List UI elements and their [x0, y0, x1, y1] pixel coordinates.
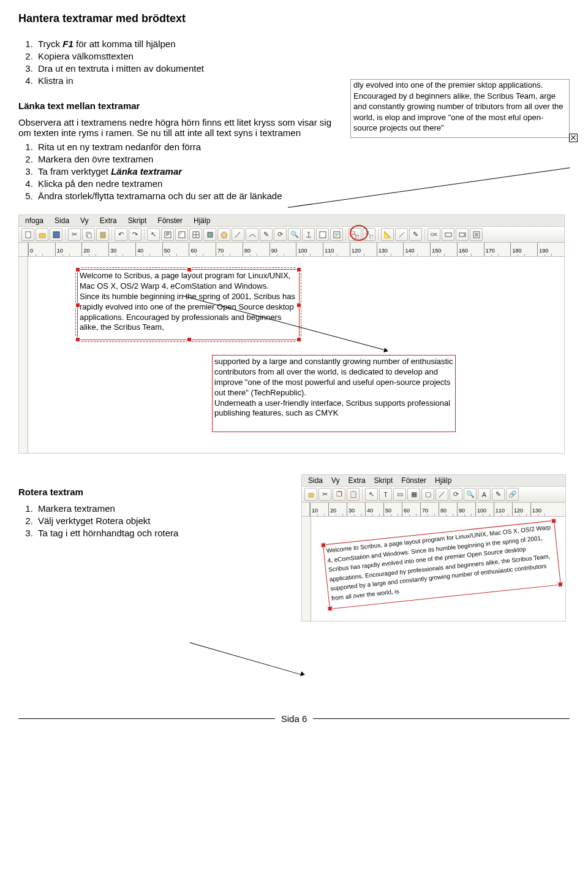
select-icon[interactable]: ↖	[147, 228, 160, 241]
copy-props-icon[interactable]	[395, 228, 408, 241]
menu-item[interactable]: Fönster	[157, 216, 183, 225]
pointer-arrow	[190, 642, 302, 675]
vertical-ruler	[302, 517, 311, 621]
svg-rect-0	[26, 232, 31, 238]
svg-rect-11	[320, 232, 326, 238]
save-icon[interactable]	[50, 228, 62, 241]
line-icon[interactable]: ／	[435, 488, 448, 501]
story-editor-icon[interactable]: ✎	[492, 488, 505, 501]
rotate-icon[interactable]: ⟳	[274, 228, 287, 241]
svg-rect-6	[179, 232, 185, 238]
list-item: Tryck F1 för att komma till hjälpen	[36, 39, 338, 49]
list-item: Välj verktyget Rotera objekt	[36, 515, 283, 526]
shape-icon[interactable]	[203, 228, 216, 241]
page-number: Sida 6	[281, 713, 307, 724]
text-frame-1[interactable]: Welcome to Scribus, a page layout progra…	[77, 269, 300, 340]
pdf-combo-icon[interactable]	[456, 228, 469, 241]
shape-icon[interactable]: ▢	[421, 488, 434, 501]
menu-item[interactable]: Fönster	[401, 476, 426, 485]
arrow-head-icon	[300, 671, 306, 677]
copy-icon[interactable]: ❐	[333, 488, 345, 501]
edit-image-icon[interactable]	[316, 228, 329, 241]
imageframe-icon[interactable]: ▭	[393, 488, 406, 501]
menu-bar: nfoga Sida Vy Extra Skript Fönster Hjälp	[19, 215, 564, 227]
rotera-heading: Rotera textram	[18, 487, 283, 497]
toolbar: ✂ ↶ ↷ ↖ ／ ✎ ⟳ 🔍 📐 ✎ OK	[19, 227, 564, 243]
textframe-icon[interactable]: T	[379, 488, 392, 501]
redo-icon[interactable]: ↷	[129, 228, 141, 241]
page-title: Hantera textramar med brödtext	[18, 12, 570, 25]
section1-list: Tryck F1 för att komma till hjälpen Kopi…	[36, 39, 338, 86]
link-icon[interactable]: 🔗	[506, 488, 519, 501]
open-icon[interactable]	[36, 228, 48, 241]
menu-item[interactable]: Sida	[308, 476, 323, 485]
open-icon[interactable]	[304, 488, 317, 501]
svg-rect-17	[445, 233, 451, 237]
svg-point-7	[179, 232, 181, 234]
select-icon[interactable]: ↖	[365, 488, 378, 501]
copy-icon[interactable]	[82, 228, 95, 241]
document-canvas[interactable]: Welcome to Scribus, a page layout progra…	[311, 517, 565, 621]
imageframe-icon[interactable]	[175, 228, 188, 241]
list-item: Ta fram verktyget Länka textramar	[36, 166, 338, 177]
list-item: Ta tag i ett hörnhandtag och rotera	[36, 528, 283, 538]
highlight-circle	[350, 225, 368, 241]
svg-rect-16	[370, 235, 373, 238]
polygon-icon[interactable]	[217, 228, 230, 241]
menu-item[interactable]: Vy	[331, 476, 340, 485]
menu-item[interactable]: Hjälp	[194, 216, 210, 225]
table-icon[interactable]	[189, 228, 202, 241]
table-icon[interactable]: ▦	[407, 488, 420, 501]
key-f1: F1	[62, 39, 74, 49]
menu-item[interactable]: nfoga	[25, 216, 43, 225]
menu-item[interactable]: Hjälp	[435, 476, 451, 485]
list-item: Markera den övre textramen	[36, 154, 338, 164]
measure-icon[interactable]: 📐	[381, 228, 394, 241]
edit-text-icon[interactable]	[302, 228, 315, 241]
bezier-icon[interactable]	[246, 228, 258, 241]
freehand-icon[interactable]: ✎	[260, 228, 273, 241]
menu-item[interactable]: Extra	[349, 476, 366, 485]
undo-icon[interactable]: ↶	[115, 228, 127, 241]
vertical-ruler	[19, 257, 28, 453]
document-canvas[interactable]: Welcome to Scribus, a page layout progra…	[28, 257, 564, 453]
scribus-screenshot-linked-frames: nfoga Sida Vy Extra Skript Fönster Hjälp…	[18, 215, 565, 454]
edit-text-icon[interactable]: A	[478, 488, 491, 501]
text-frame-2[interactable]: supported by a large and constantly grow…	[212, 355, 456, 432]
pdf-list-icon[interactable]	[470, 228, 483, 241]
page-footer: Sida 6	[18, 713, 570, 724]
paste-icon[interactable]	[96, 228, 109, 241]
textframe-icon[interactable]	[161, 228, 174, 241]
rotated-text-frame[interactable]: Welcome to Scribus, a page layout progra…	[323, 520, 561, 609]
svg-rect-9	[208, 232, 213, 237]
link-paragraph: Observera att i textramens nedre högra h…	[18, 117, 338, 138]
toolbar: ✂ ❐ 📋 ↖ T ▭ ▦ ▢ ／ ⟳ 🔍 A ✎ 🔗	[302, 487, 565, 503]
list-item: Markera textramen	[36, 503, 283, 514]
eyedropper-icon[interactable]: ✎	[409, 228, 422, 241]
section2-list: Rita ut en ny textram nedanför den förra…	[36, 142, 338, 201]
list-item: Dra ut en textruta i mitten av dokumente…	[36, 63, 338, 74]
menu-item[interactable]: Skript	[128, 216, 147, 225]
menu-item[interactable]: Vy	[80, 216, 89, 225]
rotate-icon[interactable]: ⟳	[450, 488, 462, 501]
story-editor-icon[interactable]	[330, 228, 343, 241]
menu-item[interactable]: Skript	[374, 476, 393, 485]
zoom-icon[interactable]: 🔍	[288, 228, 301, 241]
new-icon[interactable]	[21, 228, 34, 241]
menu-item[interactable]: Sida	[55, 216, 69, 225]
zoom-icon[interactable]: 🔍	[464, 488, 477, 501]
cut-icon[interactable]: ✂	[318, 488, 331, 501]
svg-marker-10	[221, 232, 227, 238]
list-item: Klicka på den nedre textramen	[36, 178, 338, 189]
line-icon[interactable]: ／	[232, 228, 244, 241]
scribus-screenshot-rotated: Sida Vy Extra Skript Fönster Hjälp ✂ ❐ 📋…	[301, 474, 566, 622]
list-item: Klistra in	[36, 75, 338, 86]
pdf-checkbox-icon[interactable]: OK	[428, 228, 440, 241]
svg-rect-4	[100, 232, 105, 238]
pdf-text-icon[interactable]	[442, 228, 454, 241]
menu-item[interactable]: Extra	[100, 216, 117, 225]
cut-icon[interactable]: ✂	[68, 228, 81, 241]
list-item: Kopiera välkomsttexten	[36, 51, 338, 61]
paste-icon[interactable]: 📋	[347, 488, 360, 501]
svg-rect-3	[88, 234, 91, 238]
